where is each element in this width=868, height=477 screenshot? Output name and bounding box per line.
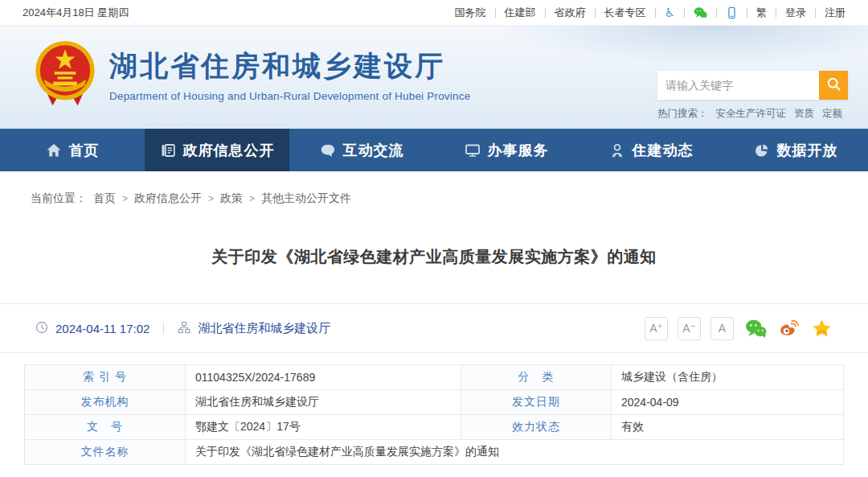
login-link[interactable]: 登录 [785,6,806,20]
monitor-icon [465,142,481,158]
hot-search-word-3[interactable]: 定额 [822,107,842,121]
divider [684,8,685,18]
current-date: 2024年4月18日 星期四 [23,6,129,20]
topbar-link-provincial-gov[interactable]: 省政府 [555,6,586,20]
nav-label: 互动交流 [343,141,404,160]
info-label-issue-date: 发文日期 [461,390,612,415]
wechat-icon[interactable] [694,6,707,19]
font-increase-button[interactable]: A⁺ [645,317,668,340]
info-label-index-number: 索 引 号 [25,365,186,390]
document-icon [160,142,176,158]
table-row: 索 引 号 01104325X/2024-17689 分 类 城乡建设（含住房） [25,365,844,390]
divider [815,8,816,18]
nav-item-home[interactable]: 首页 [0,129,145,171]
publish-time: 2024-04-11 17:02 [55,322,149,335]
breadcrumb-separator: > [122,193,128,204]
table-row: 文 号 鄂建文〔2024〕17号 效力状态 有效 [25,415,844,440]
share-weibo-icon[interactable] [778,319,800,339]
article-meta: 2024-04-11 17:02 湖北省住房和城乡建设厅 [35,321,330,336]
info-value-index-number: 01104325X/2024-17689 [186,365,461,390]
share-qzone-icon[interactable] [811,319,833,339]
nav-label: 数据开放 [777,141,838,160]
search-input[interactable] [657,71,819,100]
breadcrumb-separator: > [249,193,255,204]
divider [716,8,717,18]
breadcrumb-home[interactable]: 首页 [93,191,116,206]
document-info-table: 索 引 号 01104325X/2024-17689 分 类 城乡建设（含住房）… [24,364,844,465]
info-label-doc-number: 文 号 [25,415,186,440]
nav-item-news[interactable]: 住建动态 [579,129,723,171]
info-value-issue-date: 2024-04-09 [612,390,844,415]
info-label-category: 分 类 [461,365,612,390]
topbar: 2024年4月18日 星期四 国务院 住建部 省政府 长者专区 ♿ 繁 登录 注… [0,0,868,26]
hot-search-label: 热门搜索： [657,107,708,121]
nav-label: 首页 [69,141,100,160]
person-icon [609,142,625,158]
site-title: 湖北省住房和城乡建设厅 [109,47,470,85]
article-tools: A⁺ A⁻ A [645,317,833,340]
table-row: 发布机构 湖北省住房和城乡建设厅 发文日期 2024-04-09 [25,390,844,415]
search-area: 热门搜索： 安全生产许可证 资质 定额 [657,71,848,121]
main-nav: 首页 政府信息公开 互动交流 办事服务 住建动态 数据开放 [0,129,868,171]
home-icon [46,142,62,158]
brand-text: 湖北省住房和城乡建设厅 Department of Housing and Ur… [109,47,470,102]
info-value-doc-number: 鄂建文〔2024〕17号 [186,415,461,440]
mobile-icon[interactable] [726,6,738,19]
register-link[interactable]: 注册 [825,6,845,20]
divider [545,8,546,18]
divider [655,8,656,18]
font-reset-button[interactable]: A [710,317,734,340]
breadcrumb-policy[interactable]: 政策 [220,191,243,206]
share-wechat-icon[interactable] [745,319,767,339]
hot-search-word-1[interactable]: 安全生产许可证 [716,107,787,121]
site-header: 湖北省住房和城乡建设厅 Department of Housing and Ur… [0,26,868,129]
nav-item-interaction[interactable]: 互动交流 [289,129,434,171]
nav-item-open-data[interactable]: 数据开放 [723,129,868,171]
nav-item-gov-info[interactable]: 政府信息公开 [145,129,289,171]
topbar-link-mohurd[interactable]: 住建部 [505,6,536,20]
page-title: 关于印发《湖北省绿色建材产业高质量发展实施方案》的通知 [0,246,868,268]
search-button[interactable] [819,71,848,100]
pie-chart-icon [754,142,770,158]
info-label-doc-title: 文件名称 [25,440,186,465]
national-emblem-icon [34,40,96,109]
divider [747,8,747,18]
topbar-links: 国务院 住建部 省政府 长者专区 ♿ 繁 登录 注册 [455,6,845,20]
breadcrumb: 当前位置： 首页 > 政府信息公开 > 政策 > 其他主动公开文件 [0,171,868,206]
breadcrumb-label: 当前位置： [31,191,87,206]
accessibility-icon[interactable]: ♿ [665,6,675,19]
site-logo-link[interactable]: 湖北省住房和城乡建设厅 Department of Housing and Ur… [34,40,470,109]
info-value-doc-title: 关于印发《湖北省绿色建材产业高质量发展实施方案》的通知 [186,440,844,465]
site-subtitle: Department of Housing and Urban-Rural De… [109,90,470,102]
breadcrumb-gov-info[interactable]: 政府信息公开 [134,191,202,206]
topbar-link-senior-zone[interactable]: 长者专区 [604,6,646,20]
clock-icon [35,321,48,336]
breadcrumb-current[interactable]: 其他主动公开文件 [261,191,351,206]
traditional-chinese-toggle[interactable]: 繁 [756,6,767,20]
topbar-link-state-council[interactable]: 国务院 [455,6,486,20]
source-icon [178,321,190,336]
info-label-validity-status: 效力状态 [461,415,612,440]
divider [776,8,776,18]
article-meta-bar: 2024-04-11 17:02 湖北省住房和城乡建设厅 A⁺ A⁻ A [0,303,868,353]
info-value-issuing-agency: 湖北省住房和城乡建设厅 [186,390,461,415]
hot-search-word-2[interactable]: 资质 [794,107,814,121]
search-icon [826,76,841,94]
nav-label: 办事服务 [488,141,549,160]
nav-item-services[interactable]: 办事服务 [434,129,579,171]
font-decrease-button[interactable]: A⁻ [678,317,701,340]
table-row: 文件名称 关于印发《湖北省绿色建材产业高质量发展实施方案》的通知 [25,440,844,465]
info-value-category: 城乡建设（含住房） [612,365,844,390]
nav-label: 住建动态 [633,141,694,160]
chat-icon [320,142,336,158]
hot-search-row: 热门搜索： 安全生产许可证 资质 定额 [657,107,848,121]
nav-label: 政府信息公开 [183,141,275,160]
divider [595,8,596,18]
divider [495,8,496,18]
info-label-issuing-agency: 发布机构 [25,390,186,415]
info-value-validity-status: 有效 [612,415,844,440]
divider [163,323,164,334]
article-source: 湖北省住房和城乡建设厅 [198,321,330,336]
breadcrumb-separator: > [208,193,214,204]
